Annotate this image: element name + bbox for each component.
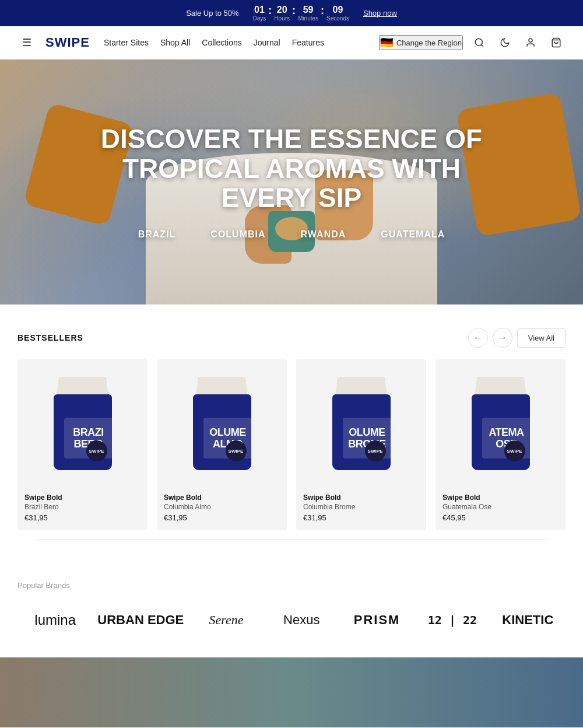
product-brand: Swipe Bold	[24, 494, 141, 502]
product-brand: Swipe Bold	[164, 494, 280, 502]
next-button[interactable]: →	[493, 328, 512, 348]
coffee-bag-2: OLUME ALMO SWIPE	[187, 377, 257, 470]
brands-section: Popular Brands lumina URBAN EDGE Serene …	[0, 552, 583, 657]
view-all-button[interactable]: View All	[517, 328, 566, 348]
countdown-sep-2: :	[292, 5, 296, 17]
product-info: Swipe Bold Columbia Brome €31,95	[296, 488, 426, 530]
product-info: Swipe Bold Brazil Bero €31,95	[17, 488, 147, 530]
bag-circle-text: SWIPE	[507, 449, 522, 454]
product-image: ATEMA OSE SWIPE	[436, 359, 566, 488]
bottom-hero	[0, 657, 583, 727]
brand-name-1222: 12 | 22	[428, 613, 477, 627]
product-info: Swipe Bold Columbia Almo €31,95	[157, 488, 287, 530]
hero-link-rwanda[interactable]: RWANDA	[301, 229, 346, 240]
brand-prism[interactable]: PRISM	[339, 607, 415, 634]
hero-title: DISCOVER THE ESSENCE OF TROPICAL AROMAS …	[87, 124, 496, 213]
nav-starter-sites[interactable]: Starter Sites	[104, 38, 149, 47]
brand-urban-edge[interactable]: URBAN EDGE	[93, 607, 188, 634]
brand-name-lumina: lumina	[34, 612, 76, 628]
product-brand: Swipe Bold	[303, 494, 419, 502]
product-name: Guatemala Ose	[442, 503, 559, 511]
theme-toggle-button[interactable]	[496, 33, 514, 52]
countdown-sep-1: :	[268, 5, 272, 17]
logo[interactable]: SWIPE	[45, 35, 90, 50]
region-button[interactable]: 🇩🇪 Change the Region	[379, 35, 463, 50]
brand-name-prism: PRISM	[354, 612, 401, 628]
bag-circle-text: SWIPE	[368, 449, 383, 454]
countdown-sep-3: :	[321, 5, 324, 17]
cart-button[interactable]	[547, 33, 566, 52]
bag-circle-text: SWIPE	[89, 449, 104, 454]
countdown: 01 Days : 20 Hours : 59 Minutes : 09 Sec…	[253, 5, 349, 22]
nav-collections[interactable]: Collections	[202, 38, 241, 47]
bag-text: OLUME	[349, 427, 385, 438]
products-divider	[35, 540, 548, 540]
product-price: €31,95	[164, 513, 280, 522]
countdown-seconds: 09 Seconds	[326, 5, 349, 22]
product-brand: Swipe Bold	[442, 494, 559, 502]
bag-body: BRAZI BERO SWIPE	[54, 394, 112, 470]
bag-text: ATEMA	[489, 427, 524, 438]
product-image: OLUME BROME SWIPE	[296, 359, 426, 488]
account-button[interactable]	[521, 33, 540, 52]
product-card[interactable]: ATEMA OSE SWIPE Swipe Bold Guatemala Ose…	[436, 359, 566, 530]
announcement-bar: Sale Up to 50% 01 Days : 20 Hours : 59 M…	[0, 0, 583, 26]
bestsellers-title: BESTSELLERS	[17, 333, 83, 342]
bag-text: OLUME	[209, 427, 246, 438]
hero-link-guatemala[interactable]: GUATEMALA	[381, 229, 445, 240]
nav-journal[interactable]: Journal	[254, 38, 280, 47]
brand-lumina[interactable]: lumina	[17, 606, 93, 634]
product-name: Columbia Brome	[303, 503, 419, 511]
brand-name-serene: Serene	[209, 612, 243, 628]
product-image: OLUME ALMO SWIPE	[157, 359, 287, 488]
bag-circle-text: SWIPE	[229, 449, 244, 454]
brand-kinetic[interactable]: KINETIC	[490, 607, 566, 634]
brand-nexus[interactable]: Nexus	[264, 607, 339, 634]
svg-point-0	[475, 38, 482, 46]
bestsellers-header: BESTSELLERS ← → View All	[17, 328, 566, 348]
countdown-hours: 20 Hours	[274, 5, 290, 22]
bag-circle: SWIPE	[86, 440, 107, 461]
product-price: €31,95	[303, 513, 419, 522]
hero-link-columbia[interactable]: COLUMBIA	[210, 229, 265, 240]
bestsellers-controls: ← → View All	[468, 328, 566, 348]
bestsellers-section: BESTSELLERS ← → View All BRAZI BERO	[0, 304, 583, 552]
brand-name-nexus: Nexus	[283, 612, 319, 628]
hero-section: DISCOVER THE ESSENCE OF TROPICAL AROMAS …	[0, 60, 583, 304]
brand-name-urban-edge: URBAN EDGE	[97, 612, 184, 628]
coffee-bag-4: ATEMA OSE SWIPE	[466, 377, 536, 470]
nav-features[interactable]: Features	[292, 38, 324, 47]
svg-line-1	[481, 44, 483, 46]
hamburger-icon[interactable]: ☰	[17, 33, 36, 52]
product-card[interactable]: BRAZI BERO SWIPE Swipe Bold Brazil Bero …	[17, 359, 147, 530]
bag-body: OLUME BROME SWIPE	[332, 394, 391, 470]
nav-shop-all[interactable]: Shop All	[160, 38, 190, 47]
product-card[interactable]: OLUME BROME SWIPE Swipe Bold Columbia Br…	[296, 359, 426, 530]
bag-circle: SWIPE	[226, 440, 247, 461]
svg-point-2	[529, 38, 532, 42]
products-grid: BRAZI BERO SWIPE Swipe Bold Brazil Bero …	[17, 359, 566, 530]
coffee-bag-1: BRAZI BERO SWIPE	[48, 377, 118, 470]
shop-now-link[interactable]: Shop now	[363, 9, 397, 18]
brand-1222[interactable]: 12 | 22	[415, 607, 490, 633]
countdown-minutes: 59 Minutes	[298, 5, 318, 22]
bag-circle: SWIPE	[504, 440, 525, 461]
product-info: Swipe Bold Guatemala Ose €45,95	[436, 488, 566, 530]
bag-body: OLUME ALMO SWIPE	[193, 394, 251, 470]
brand-name-kinetic: KINETIC	[502, 612, 553, 628]
hero-link-brazil[interactable]: BRAZIL	[138, 229, 176, 240]
product-card[interactable]: OLUME ALMO SWIPE Swipe Bold Columbia Alm…	[157, 359, 287, 530]
header: ☰ SWIPE Starter Sites Shop All Collectio…	[0, 26, 583, 60]
countdown-days: 01 Days	[253, 5, 266, 22]
sale-text: Sale Up to 50%	[186, 9, 238, 18]
bag-body: ATEMA OSE SWIPE	[472, 394, 530, 470]
main-nav: Starter Sites Shop All Collections Journ…	[104, 38, 379, 47]
product-price: €45,95	[442, 513, 559, 522]
search-button[interactable]	[470, 33, 489, 52]
bag-text: BRAZI	[73, 427, 104, 438]
hero-content: DISCOVER THE ESSENCE OF TROPICAL AROMAS …	[87, 124, 496, 240]
brand-serene[interactable]: Serene	[188, 607, 264, 634]
product-image: BRAZI BERO SWIPE	[17, 359, 147, 488]
bag-circle: SWIPE	[365, 440, 386, 461]
prev-button[interactable]: ←	[468, 328, 488, 348]
